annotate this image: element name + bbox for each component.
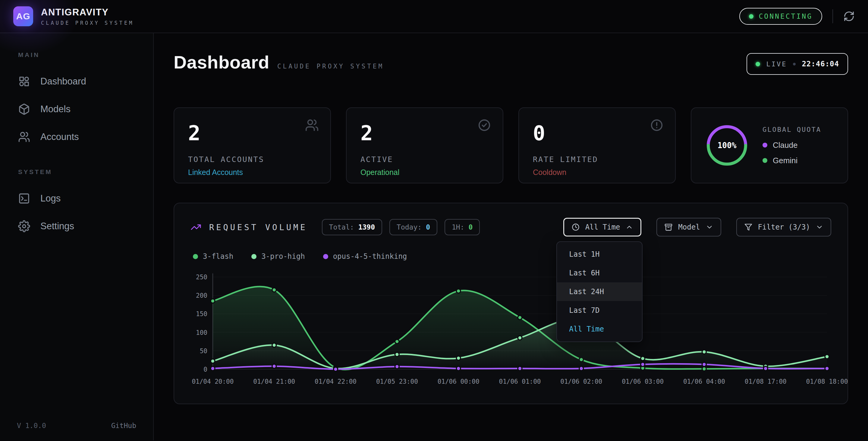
badge-value: 0	[469, 223, 473, 231]
time-range-button[interactable]: All Time	[563, 218, 642, 236]
sidebar-item-settings[interactable]: Settings	[0, 212, 153, 240]
live-clock: 22:46:04	[802, 60, 839, 68]
svg-text:01/05 23:00: 01/05 23:00	[376, 378, 418, 385]
stat-label: TOTAL ACCOUNTS	[188, 155, 316, 164]
github-link[interactable]: GitHub	[111, 422, 136, 430]
refresh-button[interactable]	[843, 10, 855, 22]
sidebar-item-logs[interactable]: Logs	[0, 185, 153, 212]
main-content: Dashboard CLAUDE PROXY SYSTEM LIVE 22:46…	[154, 33, 868, 440]
sidebar-item-label: Logs	[40, 193, 61, 204]
stat-value: 2	[361, 123, 489, 144]
stat-label: ACTIVE	[361, 155, 489, 164]
svg-text:01/04 20:00: 01/04 20:00	[192, 378, 234, 385]
badge-label: 1H:	[452, 223, 464, 231]
badge-value: 0	[426, 223, 430, 231]
model-button-label: Model	[678, 223, 700, 231]
title-group: Dashboard CLAUDE PROXY SYSTEM	[174, 52, 384, 73]
global-quota-card: 100% GLOBAL QUOTA Claude Gemini	[691, 108, 848, 183]
time-range-label: All Time	[585, 223, 620, 231]
sidebar-footer: V 1.0.0 GitHub	[0, 422, 153, 430]
sidebar-section: MAIN Dashboard Models Accounts	[0, 51, 153, 151]
badge-label: Total:	[329, 223, 354, 231]
menu-item-all-time[interactable]: All Time	[557, 320, 642, 339]
stat-sub-label: Operational	[361, 168, 489, 177]
legend-item: 3-flash	[193, 252, 233, 261]
app-subtitle: CLAUDE PROXY SYSTEM	[41, 20, 134, 26]
chart-panel-header: REQUEST VOLUME Total: 1390 Today: 0 1H: …	[190, 218, 831, 236]
funnel-icon	[744, 223, 752, 231]
svg-text:01/06 00:00: 01/06 00:00	[438, 378, 479, 385]
time-range-menu: Last 1H Last 6H Last 24H Last 7D All Tim…	[556, 241, 643, 342]
legend-dot-icon	[763, 143, 767, 147]
page-title: Dashboard	[174, 52, 270, 73]
sidebar-nav: MAIN Dashboard Models Accounts SYSTEM Lo…	[0, 51, 153, 258]
svg-text:01/08 17:00: 01/08 17:00	[745, 378, 786, 385]
svg-text:200: 200	[196, 292, 207, 299]
users-icon	[305, 118, 319, 132]
chart-legend: 3-flash 3-pro-high opus-4-5-thinking	[193, 252, 831, 261]
sidebar-section-label: MAIN	[0, 51, 153, 59]
stats-row: 2 TOTAL ACCOUNTS Linked Accounts 2 ACTIV…	[174, 108, 848, 183]
brand: ANTIGRAVITY CLAUDE PROXY SYSTEM	[41, 7, 134, 26]
menu-item-last-7d[interactable]: Last 7D	[557, 301, 642, 320]
app-title: ANTIGRAVITY	[41, 7, 134, 18]
volume-badge: 1H: 0	[444, 219, 480, 235]
legend-series-name: opus-4-5-thinking	[333, 252, 407, 261]
refresh-icon	[843, 10, 855, 22]
badge-label: Today:	[397, 223, 422, 231]
logo-text: AG	[16, 11, 30, 22]
stat-value: 2	[188, 123, 316, 144]
live-label: LIVE	[766, 60, 787, 68]
page-header: Dashboard CLAUDE PROXY SYSTEM LIVE 22:46…	[174, 52, 848, 75]
svg-text:250: 250	[196, 273, 207, 281]
terminal-icon	[18, 193, 30, 205]
legend-dot-icon	[323, 254, 328, 259]
stat-sub-label: Linked Accounts	[188, 168, 316, 177]
quota-provider-name: Gemini	[773, 156, 798, 165]
volume-badge: Today: 0	[390, 219, 437, 235]
legend-series-name: 3-flash	[203, 252, 233, 261]
sidebar-item-models[interactable]: Models	[0, 95, 153, 123]
sidebar-item-label: Dashboard	[40, 76, 86, 87]
svg-text:100: 100	[196, 329, 207, 336]
stat-sub-label: Cooldown	[533, 168, 661, 177]
connection-status-badge[interactable]: CONNECTING	[739, 8, 822, 25]
legend-item: opus-4-5-thinking	[323, 252, 407, 261]
request-volume-chart: 05010015020025001/04 20:0001/04 21:0001/…	[190, 268, 831, 391]
stat-label: RATE LIMITED	[533, 155, 661, 164]
version-label: V 1.0.0	[17, 422, 46, 430]
legend-dot-icon	[251, 254, 256, 259]
chevron-down-icon	[706, 223, 713, 231]
top-header: AG ANTIGRAVITY CLAUDE PROXY SYSTEM CONNE…	[0, 0, 868, 33]
alert-circle-icon	[650, 118, 664, 132]
sidebar-item-dashboard[interactable]: Dashboard	[0, 67, 153, 95]
quota-legend-item: Claude	[763, 141, 821, 150]
svg-text:01/06 04:00: 01/06 04:00	[683, 378, 725, 385]
legend-dot-icon	[193, 254, 198, 259]
menu-item-last-6h[interactable]: Last 6H	[557, 264, 642, 282]
header-actions: CONNECTING	[739, 8, 855, 25]
menu-item-last-1h[interactable]: Last 1H	[557, 245, 642, 264]
quota-label: GLOBAL QUOTA	[763, 126, 821, 133]
menu-item-last-24h[interactable]: Last 24H	[557, 282, 642, 301]
volume-badge: Total: 1390	[322, 219, 382, 235]
legend-dot-icon	[763, 158, 767, 163]
app-logo: AG	[13, 6, 33, 26]
chart-controls: All Time Last 1H Last 6H Last 24H Last 7…	[563, 218, 831, 236]
live-status-badge: LIVE 22:46:04	[747, 53, 848, 75]
separator-dot-icon	[793, 63, 796, 65]
stat-card: 2 TOTAL ACCOUNTS Linked Accounts	[174, 108, 331, 183]
sidebar-item-accounts[interactable]: Accounts	[0, 123, 153, 151]
svg-text:01/08 18:00: 01/08 18:00	[806, 378, 848, 385]
chart-panel-title: REQUEST VOLUME	[190, 222, 307, 233]
box-icon	[18, 103, 30, 115]
svg-text:01/06 01:00: 01/06 01:00	[499, 378, 541, 385]
stat-value: 0	[533, 123, 661, 144]
quota-legend: GLOBAL QUOTA Claude Gemini	[763, 126, 821, 165]
model-filter-button[interactable]: Model	[656, 218, 721, 236]
filter-button[interactable]: Filter (3/3)	[736, 218, 831, 236]
live-dot-icon	[755, 62, 760, 66]
quota-percent: 100%	[704, 122, 750, 169]
svg-text:01/04 21:00: 01/04 21:00	[253, 378, 295, 385]
app-shell: MAIN Dashboard Models Accounts SYSTEM Lo…	[0, 33, 868, 440]
